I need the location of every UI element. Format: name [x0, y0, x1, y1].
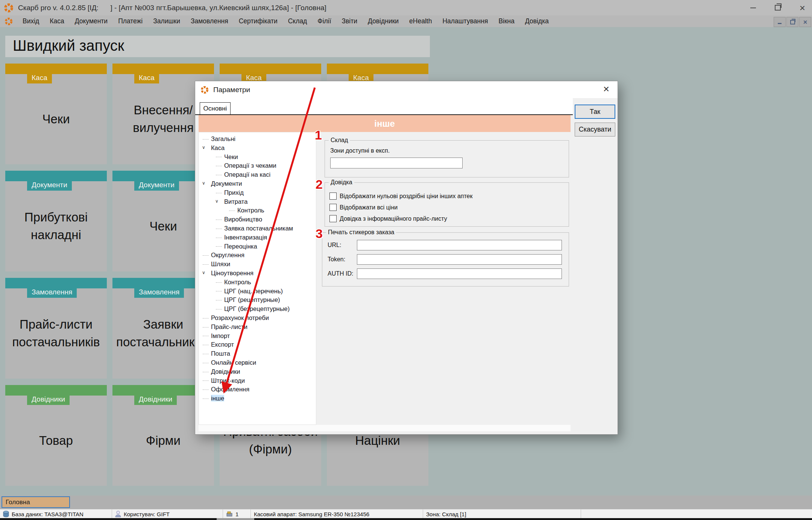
tree-item[interactable]: ∨ Операції з чеками [199, 161, 316, 170]
ok-button[interactable]: Так [575, 105, 615, 119]
tree-item[interactable]: ∨ ЦРГ (рецептурные) [199, 296, 316, 305]
tree-item[interactable]: ∨ Переоцінка [199, 242, 316, 251]
menu-item[interactable]: Звіти [337, 17, 363, 25]
tree-item[interactable]: ∨ Імпорт [199, 332, 316, 341]
tree-item[interactable]: ∨ Каса [199, 144, 316, 153]
menu-item[interactable]: eHealth [404, 17, 437, 25]
tree-item[interactable]: ∨ Розрахунок потреби [199, 314, 316, 323]
tree-item[interactable]: ∨ Операції на касі [199, 170, 316, 179]
tree-item[interactable]: ∨ Витрата [199, 197, 316, 206]
status-empty [581, 509, 812, 518]
chevron-down-icon[interactable]: ∨ [215, 197, 219, 206]
tree-item[interactable]: ∨ Довідники [199, 367, 316, 376]
page-tab-golovna[interactable]: Головна [2, 496, 70, 508]
tree-item[interactable]: ∨ інше [199, 394, 316, 403]
menu-item[interactable]: Каса [44, 17, 69, 25]
tree-item[interactable]: ∨ Округлення [199, 251, 316, 260]
tree-item[interactable]: ∨ Онлайн сервіси [199, 358, 316, 367]
tree-item[interactable]: ∨ Прихід [199, 188, 316, 197]
tree-connector [216, 246, 222, 247]
tree-item[interactable]: ∨ ЦРГ (безрецептурные) [199, 305, 316, 314]
checkbox[interactable] [329, 193, 337, 200]
cancel-button[interactable]: Скасувати [575, 123, 615, 136]
checkbox[interactable] [329, 215, 337, 222]
menubar: Вихід Каса Документи Платежі Залишки Зам… [0, 15, 812, 27]
menu-item[interactable]: Вихід [17, 17, 44, 25]
field-input[interactable] [357, 268, 562, 279]
quick-launch-tile[interactable]: Документи Прибуткові накладні [5, 171, 107, 271]
close-icon: × [803, 19, 807, 26]
minimize-icon[interactable] [750, 8, 756, 8]
tree-connector [216, 166, 222, 166]
mdi-close-button[interactable]: × [799, 17, 811, 27]
tree-connector [216, 229, 222, 229]
checkbox[interactable] [329, 204, 337, 211]
tree-item[interactable]: ∨ Ціноутворення [199, 269, 316, 278]
field-input[interactable] [357, 240, 562, 250]
mdi-minimize-button[interactable] [774, 17, 786, 27]
chevron-down-icon[interactable]: ∨ [202, 143, 205, 152]
tree-item[interactable]: ∨ Документи [199, 179, 316, 188]
tree-item[interactable]: ∨ Виробництво [199, 215, 316, 224]
quick-launch-tile[interactable]: Довідники Товар [5, 385, 107, 486]
main-titlebar[interactable]: Скарб pro v. 4.0.2.85 [ІД: ] - [Апт №003… [0, 0, 812, 15]
tree-item[interactable]: ∨ Шляхи [199, 260, 316, 269]
tree-item-label: ЦРГ (безрецептурные) [224, 305, 290, 312]
tree-item[interactable]: ∨ Заявка постачальникам [199, 224, 316, 233]
annotation-marker-2: 2 [316, 177, 323, 192]
tree-connector [203, 255, 209, 256]
window-title: Скарб pro v. 4.0.2.85 [ІД: ] - [Апт №003… [18, 4, 326, 12]
tree-connector [203, 372, 209, 372]
tree-connector [203, 363, 209, 363]
status-text: 1 [235, 511, 238, 517]
tree-item[interactable]: ∨ Експорт [199, 340, 316, 349]
cash-register-icon [226, 511, 233, 517]
menu-item[interactable]: Довідники [363, 17, 404, 25]
tree-connector [229, 211, 235, 211]
tree-item[interactable]: ∨ Чеки [199, 153, 316, 162]
tab-osnovni[interactable]: Основні [200, 102, 231, 114]
quick-launch-tile[interactable]: Замовлення Прайс-листи постачальників [5, 278, 107, 379]
section-header: інше [199, 115, 571, 132]
tree-item[interactable]: ∨ Прайс-листи [199, 323, 316, 332]
zones-field-label: Зони доступні в експ. [330, 147, 390, 154]
menu-item[interactable]: Залишки [148, 17, 185, 25]
chevron-down-icon[interactable]: ∨ [202, 179, 205, 188]
tree-item-label: ЦРГ (нац. перечень) [224, 288, 283, 294]
dialog-bottom-strip [199, 425, 571, 431]
dialog-titlebar[interactable]: Параметри × [195, 81, 618, 98]
zones-input[interactable] [330, 158, 463, 168]
tree-item[interactable]: ∨ Пошта [199, 349, 316, 358]
menu-item[interactable]: Склад [283, 17, 313, 25]
restore-icon[interactable] [775, 5, 781, 11]
menu-item[interactable]: Платежі [113, 17, 148, 25]
checkbox-row[interactable]: Відображати всі ціни [329, 203, 569, 211]
tree-connector [216, 157, 222, 157]
menu-item[interactable]: Філії [312, 17, 336, 25]
dialog-close-icon[interactable]: × [603, 83, 609, 95]
status-register-count: 1 [223, 509, 251, 518]
tree-item[interactable]: ∨ Інвентаризація [199, 233, 316, 242]
tree-item[interactable]: ∨ Оформлення [199, 385, 316, 394]
menu-item[interactable]: Довідка [520, 17, 554, 25]
checkbox-row[interactable]: Довідка з інформаційного прайс-листу [329, 215, 569, 223]
tree-item[interactable]: ∨ Контроль [199, 278, 316, 287]
app-logo-icon [200, 86, 209, 94]
tree-item[interactable]: ∨ Штрих-коди [199, 376, 316, 385]
dialog-tabstrip: Основні [195, 98, 573, 115]
tree-item[interactable]: ∨ Загальні [199, 135, 316, 144]
tree-item[interactable]: ∨ Контроль [199, 206, 316, 215]
quick-launch-tile[interactable]: Каса Чеки [5, 64, 107, 164]
checkbox-row[interactable]: Відображати нульові роздрібні ціни інших… [329, 192, 569, 200]
menu-item[interactable]: Налаштування [437, 17, 493, 25]
close-icon[interactable]: × [800, 3, 805, 13]
tree-item[interactable]: ∨ ЦРГ (нац. перечень) [199, 287, 316, 296]
menu-item[interactable]: Вікна [493, 17, 520, 25]
chevron-down-icon[interactable]: ∨ [202, 268, 205, 277]
menu-item[interactable]: Сертифікати [234, 17, 283, 25]
field-input[interactable] [357, 254, 562, 265]
tree-item-label: Онлайн сервіси [211, 359, 256, 366]
mdi-restore-button[interactable] [786, 17, 798, 27]
menu-item[interactable]: Документи [70, 17, 113, 25]
menu-item[interactable]: Замовлення [185, 17, 234, 25]
